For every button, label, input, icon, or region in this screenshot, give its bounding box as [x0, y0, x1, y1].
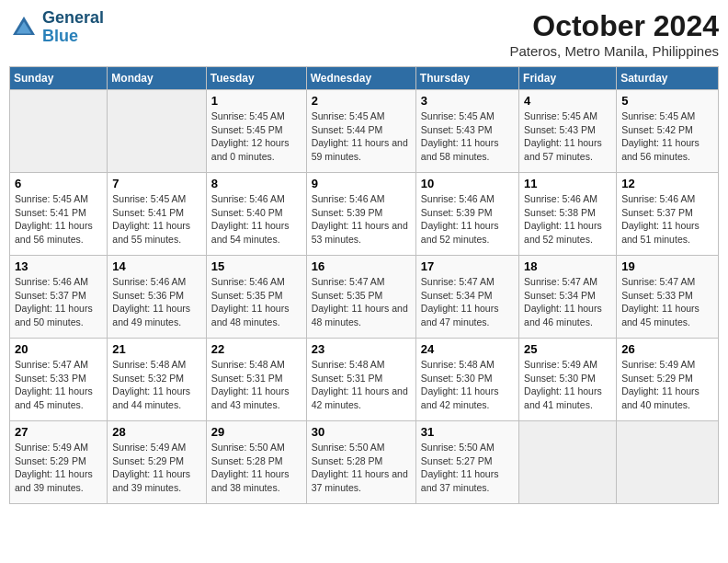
sunrise-text: Sunrise: 5:45 AM [112, 192, 200, 206]
day-cell: 26 Sunrise: 5:49 AM Sunset: 5:29 PM Dayl… [617, 339, 719, 421]
daylight-text: Daylight: 11 hours and 51 minutes. [621, 219, 713, 246]
daylight-text: Daylight: 11 hours and 43 minutes. [211, 385, 301, 411]
day-number: 17 [421, 259, 514, 273]
day-cell: 31 Sunrise: 5:50 AM Sunset: 5:27 PM Dayl… [415, 421, 518, 504]
day-info: Sunrise: 5:47 AM Sunset: 5:33 PM Dayligh… [15, 358, 102, 412]
day-cell: 18 Sunrise: 5:47 AM Sunset: 5:34 PM Dayl… [519, 256, 617, 339]
sunset-text: Sunset: 5:33 PM [15, 372, 102, 385]
sunrise-text: Sunrise: 5:50 AM [312, 441, 411, 454]
day-info: Sunrise: 5:46 AM Sunset: 5:39 PM Dayligh… [421, 192, 514, 247]
daylight-text: Daylight: 11 hours and 53 minutes. [312, 219, 411, 246]
sunrise-text: Sunrise: 5:45 AM [15, 192, 102, 206]
day-info: Sunrise: 5:47 AM Sunset: 5:33 PM Dayligh… [621, 275, 713, 329]
sunrise-text: Sunrise: 5:46 AM [421, 192, 514, 206]
day-number: 30 [312, 425, 411, 439]
daylight-text: Daylight: 11 hours and 42 minutes. [312, 385, 411, 411]
sunset-text: Sunset: 5:27 PM [421, 454, 514, 468]
day-number: 23 [312, 342, 411, 356]
day-info: Sunrise: 5:50 AM Sunset: 5:27 PM Dayligh… [421, 441, 514, 495]
sunrise-text: Sunrise: 5:47 AM [421, 275, 514, 289]
sunrise-text: Sunrise: 5:46 AM [112, 275, 200, 289]
sunrise-text: Sunrise: 5:49 AM [621, 358, 713, 372]
day-number: 8 [211, 177, 301, 190]
sunrise-text: Sunrise: 5:45 AM [621, 109, 713, 123]
day-number: 4 [524, 94, 611, 108]
daylight-text: Daylight: 11 hours and 47 minutes. [421, 302, 514, 328]
day-number: 19 [621, 259, 713, 273]
logo-text: General Blue [42, 9, 104, 46]
day-cell: 12 Sunrise: 5:46 AM Sunset: 5:37 PM Dayl… [617, 173, 719, 256]
day-cell: 3 Sunrise: 5:45 AM Sunset: 5:43 PM Dayli… [415, 90, 518, 173]
sunrise-text: Sunrise: 5:47 AM [524, 275, 611, 289]
header-cell-wednesday: Wednesday [306, 67, 415, 90]
header-cell-monday: Monday [108, 67, 206, 90]
sunset-text: Sunset: 5:30 PM [421, 372, 514, 385]
sunset-text: Sunset: 5:28 PM [312, 454, 411, 468]
daylight-text: Daylight: 11 hours and 45 minutes. [15, 385, 102, 411]
day-number: 9 [312, 177, 411, 190]
sunset-text: Sunset: 5:32 PM [112, 372, 200, 385]
day-cell: 6 Sunrise: 5:45 AM Sunset: 5:41 PM Dayli… [10, 173, 108, 256]
daylight-text: Daylight: 11 hours and 52 minutes. [524, 219, 611, 246]
day-number: 7 [112, 177, 200, 190]
day-number: 1 [211, 94, 301, 108]
sunrise-text: Sunrise: 5:48 AM [312, 358, 411, 372]
day-info: Sunrise: 5:47 AM Sunset: 5:34 PM Dayligh… [524, 275, 611, 329]
sunset-text: Sunset: 5:45 PM [211, 123, 301, 137]
day-number: 29 [211, 425, 301, 439]
day-info: Sunrise: 5:49 AM Sunset: 5:29 PM Dayligh… [15, 441, 102, 495]
daylight-text: Daylight: 11 hours and 54 minutes. [211, 219, 301, 246]
day-info: Sunrise: 5:49 AM Sunset: 5:29 PM Dayligh… [621, 358, 713, 412]
sunrise-text: Sunrise: 5:45 AM [421, 109, 514, 123]
week-row-5: 27 Sunrise: 5:49 AM Sunset: 5:29 PM Dayl… [10, 421, 719, 504]
day-cell [108, 90, 206, 173]
sunrise-text: Sunrise: 5:49 AM [524, 358, 611, 372]
daylight-text: Daylight: 11 hours and 39 minutes. [112, 467, 200, 494]
sunset-text: Sunset: 5:41 PM [15, 206, 102, 220]
daylight-text: Daylight: 11 hours and 59 minutes. [312, 136, 411, 163]
daylight-text: Daylight: 11 hours and 37 minutes. [312, 467, 411, 494]
day-cell: 19 Sunrise: 5:47 AM Sunset: 5:33 PM Dayl… [617, 256, 719, 339]
day-info: Sunrise: 5:48 AM Sunset: 5:32 PM Dayligh… [112, 358, 200, 412]
daylight-text: Daylight: 11 hours and 52 minutes. [421, 219, 514, 246]
day-info: Sunrise: 5:46 AM Sunset: 5:36 PM Dayligh… [112, 275, 200, 329]
main-title: October 2024 [509, 9, 719, 43]
day-number: 13 [15, 259, 102, 273]
sunset-text: Sunset: 5:31 PM [211, 372, 301, 385]
day-info: Sunrise: 5:46 AM Sunset: 5:40 PM Dayligh… [211, 192, 301, 247]
sunrise-text: Sunrise: 5:49 AM [15, 441, 102, 454]
day-number: 18 [524, 259, 611, 273]
logo-icon [9, 13, 39, 42]
day-info: Sunrise: 5:45 AM Sunset: 5:41 PM Dayligh… [15, 192, 102, 247]
day-number: 27 [15, 425, 102, 439]
header-cell-tuesday: Tuesday [206, 67, 306, 90]
sunrise-text: Sunrise: 5:46 AM [312, 192, 411, 206]
day-cell: 2 Sunrise: 5:45 AM Sunset: 5:44 PM Dayli… [306, 90, 415, 173]
day-info: Sunrise: 5:46 AM Sunset: 5:35 PM Dayligh… [211, 275, 301, 329]
daylight-text: Daylight: 11 hours and 49 minutes. [112, 302, 200, 328]
day-info: Sunrise: 5:49 AM Sunset: 5:29 PM Dayligh… [112, 441, 200, 495]
day-cell: 7 Sunrise: 5:45 AM Sunset: 5:41 PM Dayli… [108, 173, 206, 256]
daylight-text: Daylight: 11 hours and 50 minutes. [15, 302, 102, 328]
day-info: Sunrise: 5:48 AM Sunset: 5:30 PM Dayligh… [421, 358, 514, 412]
day-cell [519, 421, 617, 504]
daylight-text: Daylight: 11 hours and 58 minutes. [421, 136, 514, 163]
day-info: Sunrise: 5:45 AM Sunset: 5:43 PM Dayligh… [421, 109, 514, 164]
day-number: 28 [112, 425, 200, 439]
day-cell: 15 Sunrise: 5:46 AM Sunset: 5:35 PM Dayl… [206, 256, 306, 339]
subtitle: Pateros, Metro Manila, Philippines [509, 43, 719, 59]
week-row-1: 1 Sunrise: 5:45 AM Sunset: 5:45 PM Dayli… [10, 90, 719, 173]
daylight-text: Daylight: 11 hours and 55 minutes. [112, 219, 200, 246]
day-info: Sunrise: 5:48 AM Sunset: 5:31 PM Dayligh… [312, 358, 411, 412]
page-header: General Blue October 2024 Pateros, Metro… [9, 9, 719, 59]
sunset-text: Sunset: 5:40 PM [211, 206, 301, 220]
sunrise-text: Sunrise: 5:50 AM [211, 441, 301, 454]
day-cell [617, 421, 719, 504]
day-info: Sunrise: 5:45 AM Sunset: 5:44 PM Dayligh… [312, 109, 411, 164]
sunrise-text: Sunrise: 5:45 AM [524, 109, 611, 123]
daylight-text: Daylight: 11 hours and 48 minutes. [211, 302, 301, 328]
day-number: 11 [524, 177, 611, 190]
sunrise-text: Sunrise: 5:48 AM [421, 358, 514, 372]
sunrise-text: Sunrise: 5:48 AM [112, 358, 200, 372]
week-row-2: 6 Sunrise: 5:45 AM Sunset: 5:41 PM Dayli… [10, 173, 719, 256]
